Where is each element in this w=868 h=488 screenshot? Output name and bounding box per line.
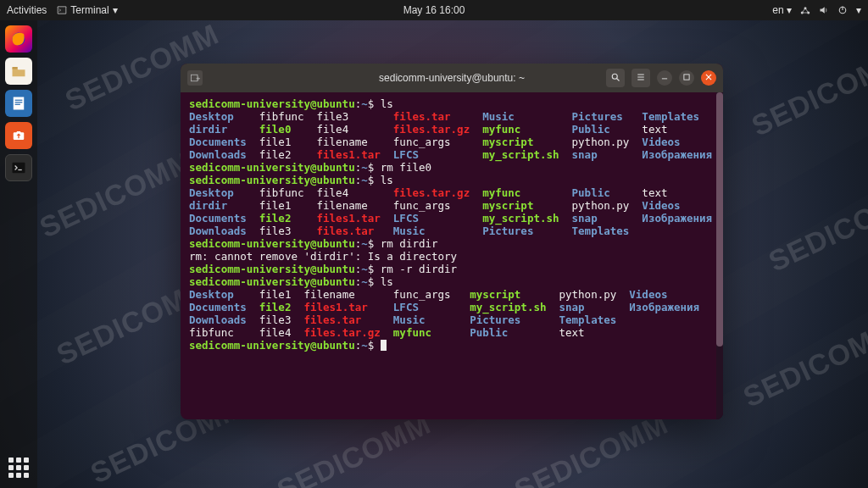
terminal-window: sedicomm-university@ubuntu: ~ sedicomm-u… (181, 64, 723, 419)
svg-point-19 (612, 74, 617, 79)
svg-rect-10 (15, 100, 23, 101)
wm: SEDICOMM (764, 179, 868, 279)
scrollbar-thumb[interactable] (716, 92, 723, 347)
dock-app-ubuntu-software[interactable] (5, 122, 32, 149)
svg-rect-16 (192, 75, 198, 81)
maximize-icon (682, 72, 691, 84)
clock[interactable]: May 16 16:00 (403, 4, 465, 16)
dock-app-terminal[interactable] (5, 154, 32, 181)
wm: SEDICOMM (747, 43, 868, 143)
network-icon[interactable] (800, 5, 810, 15)
minimize-button[interactable] (657, 70, 672, 86)
maximize-button[interactable] (679, 70, 694, 86)
svg-rect-1 (58, 7, 66, 14)
terminal-output[interactable]: sedicomm-university@ubuntu:~$ ls Desktop… (181, 92, 723, 419)
chevron-down-icon: ▾ (856, 4, 861, 16)
window-title: sedicomm-university@ubuntu: ~ (379, 72, 525, 84)
lang-indicator[interactable]: en ▾ (772, 4, 792, 16)
hamburger-icon (636, 72, 646, 85)
svg-rect-11 (15, 102, 23, 103)
dock-app-files[interactable] (5, 58, 32, 85)
close-icon (704, 72, 713, 84)
gnome-top-bar: Activities Terminal ▾ May 16 16:00 en ▾ … (0, 0, 868, 20)
dock (0, 20, 37, 488)
svg-rect-12 (15, 104, 20, 105)
wm: SEDICOMM (35, 145, 198, 245)
menu-button[interactable] (632, 69, 650, 87)
search-icon (610, 72, 620, 85)
power-icon[interactable] (837, 5, 848, 15)
dock-app-firefox[interactable] (5, 25, 32, 53)
minimize-icon (660, 72, 669, 84)
search-button[interactable] (606, 69, 625, 87)
svg-rect-25 (684, 75, 689, 80)
svg-rect-9 (14, 97, 25, 110)
chevron-down-icon: ▾ (113, 4, 118, 16)
wm: SEDICOMM (738, 314, 868, 414)
svg-rect-14 (13, 163, 25, 174)
svg-line-20 (617, 78, 620, 80)
new-tab-button[interactable] (187, 70, 203, 86)
app-menu[interactable]: Terminal ▾ (57, 4, 117, 16)
window-titlebar[interactable]: sedicomm-university@ubuntu: ~ (181, 64, 723, 92)
terminal-icon (57, 5, 67, 15)
show-applications-button[interactable] (5, 454, 32, 481)
svg-rect-8 (13, 67, 18, 69)
app-menu-label: Terminal (70, 4, 108, 16)
volume-icon[interactable] (819, 5, 829, 15)
close-button[interactable] (701, 70, 716, 86)
activities-button[interactable]: Activities (7, 4, 47, 16)
dock-app-libreoffice-writer[interactable] (5, 90, 32, 117)
